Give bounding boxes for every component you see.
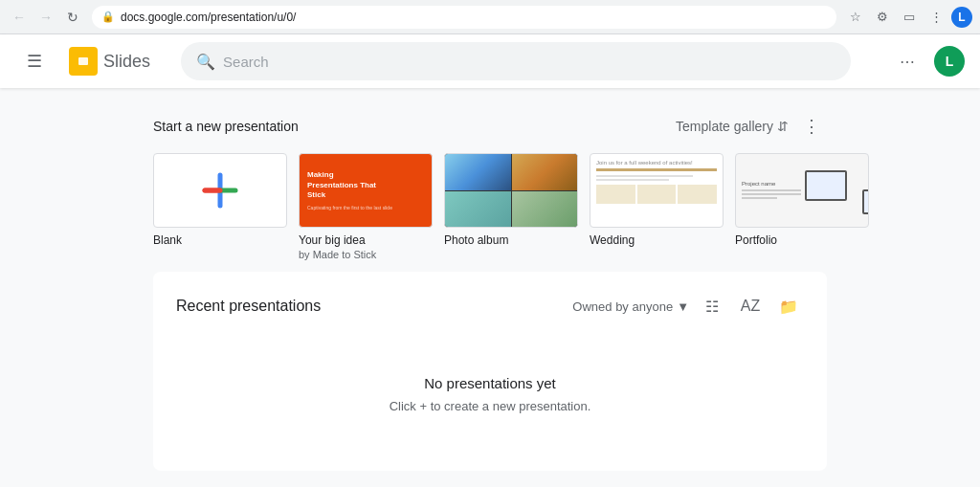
more-browser-button[interactable]: ⋮ bbox=[924, 6, 947, 29]
app-logo[interactable]: Slides bbox=[69, 47, 150, 76]
wedding-text-1 bbox=[596, 175, 693, 177]
wedding-grid-cell-2 bbox=[637, 185, 677, 204]
dropdown-icon: ▼ bbox=[677, 299, 689, 314]
plus-icon bbox=[197, 167, 243, 213]
address-bar[interactable]: 🔒 docs.google.com/presentation/u/0/ bbox=[92, 6, 836, 29]
template-more-button[interactable]: ⋮ bbox=[796, 111, 827, 142]
template-label-blank: Blank bbox=[153, 233, 287, 247]
forward-button[interactable]: → bbox=[34, 6, 57, 29]
template-label-wedding: Wedding bbox=[590, 233, 724, 247]
empty-state: No presentations yet Click + to create a… bbox=[176, 337, 804, 452]
hamburger-menu-button[interactable]: ☰ bbox=[15, 42, 54, 80]
cast-button[interactable]: ▭ bbox=[898, 6, 921, 29]
photo-cell-4 bbox=[512, 191, 578, 228]
template-item-wedding[interactable]: Join us for a full weekend of activities… bbox=[590, 153, 724, 260]
recent-section: Recent presentations Owned by anyone ▼ ☷… bbox=[153, 272, 827, 471]
portfolio-text-block: Project name bbox=[742, 181, 801, 201]
template-item-blank[interactable]: Blank bbox=[153, 153, 287, 260]
template-section: Start a new presentation Template galler… bbox=[0, 111, 980, 260]
empty-state-title: No presentations yet bbox=[176, 375, 804, 391]
browser-actions: ☆ ⚙ ▭ ⋮ L bbox=[844, 6, 972, 29]
browser-profile[interactable]: L bbox=[951, 7, 972, 28]
chevron-icon: ⇵ bbox=[777, 119, 789, 134]
wedding-text-2 bbox=[596, 179, 669, 181]
template-thumb-portfolio: Project name bbox=[735, 153, 869, 228]
portfolio-line-3 bbox=[742, 197, 777, 199]
template-thumb-big-idea: MakingPresentations ThatStick Captivatin… bbox=[299, 153, 433, 228]
big-idea-thumb-sub: Captivating from the first to the last s… bbox=[307, 205, 392, 210]
template-thumb-photo-album bbox=[444, 153, 578, 228]
search-icon: 🔍 bbox=[196, 53, 215, 71]
nav-buttons: ← → ↻ bbox=[8, 6, 84, 29]
portfolio-device-phone bbox=[862, 189, 869, 214]
lock-icon: 🔒 bbox=[101, 11, 115, 23]
back-button[interactable]: ← bbox=[8, 6, 31, 29]
template-header-right: Template gallery ⇵ ⋮ bbox=[676, 111, 827, 142]
recent-header: Recent presentations Owned by anyone ▼ ☷… bbox=[176, 291, 804, 321]
slides-logo-icon bbox=[69, 47, 98, 76]
portfolio-devices bbox=[805, 170, 862, 210]
template-item-big-idea[interactable]: MakingPresentations ThatStick Captivatin… bbox=[299, 153, 433, 260]
photo-cell-3 bbox=[445, 191, 511, 228]
svg-rect-1 bbox=[78, 57, 88, 65]
wedding-grid bbox=[596, 185, 717, 204]
search-input[interactable] bbox=[223, 54, 835, 70]
wedding-line bbox=[596, 168, 717, 171]
extensions-button[interactable]: ⚙ bbox=[871, 6, 894, 29]
search-bar[interactable]: 🔍 bbox=[181, 42, 851, 80]
recent-section-title: Recent presentations bbox=[176, 298, 321, 315]
portfolio-line-1 bbox=[742, 189, 801, 191]
folder-button[interactable]: 📁 bbox=[773, 291, 804, 321]
template-gallery-button[interactable]: Template gallery ⇵ bbox=[676, 119, 789, 134]
header-right: ⋯ L bbox=[888, 42, 965, 80]
template-section-title: Start a new presentation bbox=[153, 119, 299, 134]
template-header: Start a new presentation Template galler… bbox=[153, 111, 827, 142]
template-item-photo-album[interactable]: Photo album bbox=[444, 153, 578, 260]
main-content: Start a new presentation Template galler… bbox=[0, 88, 980, 487]
template-label-big-idea: Your big idea bbox=[299, 233, 433, 247]
template-label-photo-album: Photo album bbox=[444, 233, 578, 247]
owner-filter-label: Owned by anyone bbox=[572, 299, 673, 314]
recent-actions: Owned by anyone ▼ ☷ AZ 📁 bbox=[572, 291, 804, 321]
empty-state-subtitle: Click + to create a new presentation. bbox=[176, 399, 804, 413]
owner-filter-button[interactable]: Owned by anyone ▼ bbox=[572, 299, 689, 314]
template-gallery-label: Template gallery bbox=[676, 119, 773, 134]
wedding-grid-cell-3 bbox=[678, 185, 717, 204]
portfolio-device-tablet bbox=[805, 170, 847, 201]
user-avatar[interactable]: L bbox=[934, 46, 965, 77]
template-thumb-blank bbox=[153, 153, 287, 228]
app-name-label: Slides bbox=[103, 52, 150, 72]
bookmark-button[interactable]: ☆ bbox=[844, 6, 867, 29]
template-thumb-wedding: Join us for a full weekend of activities… bbox=[590, 153, 724, 228]
template-item-portfolio[interactable]: Project name Portfolio bbox=[735, 153, 869, 260]
browser-bar: ← → ↻ 🔒 docs.google.com/presentation/u/0… bbox=[0, 0, 980, 34]
big-idea-thumb-title: MakingPresentations ThatStick bbox=[307, 170, 376, 200]
list-view-button[interactable]: ☷ bbox=[697, 291, 727, 321]
photo-cell-2 bbox=[512, 154, 578, 190]
wedding-header-text: Join us for a full weekend of activities… bbox=[596, 160, 717, 166]
refresh-button[interactable]: ↻ bbox=[61, 6, 84, 29]
portfolio-title-text: Project name bbox=[742, 181, 801, 187]
template-label-portfolio: Portfolio bbox=[735, 233, 869, 247]
wedding-grid-cell-1 bbox=[596, 185, 635, 204]
templates-grid: Blank MakingPresentations ThatStick Capt… bbox=[153, 153, 827, 260]
apps-grid-button[interactable]: ⋯ bbox=[888, 42, 926, 80]
app-header: ☰ Slides 🔍 ⋯ L bbox=[0, 34, 980, 88]
url-text: docs.google.com/presentation/u/0/ bbox=[121, 11, 296, 24]
photo-cell-1 bbox=[445, 154, 511, 190]
portfolio-line-2 bbox=[742, 193, 801, 195]
sort-button[interactable]: AZ bbox=[735, 291, 766, 321]
template-sublabel-big-idea: by Made to Stick bbox=[299, 249, 433, 260]
